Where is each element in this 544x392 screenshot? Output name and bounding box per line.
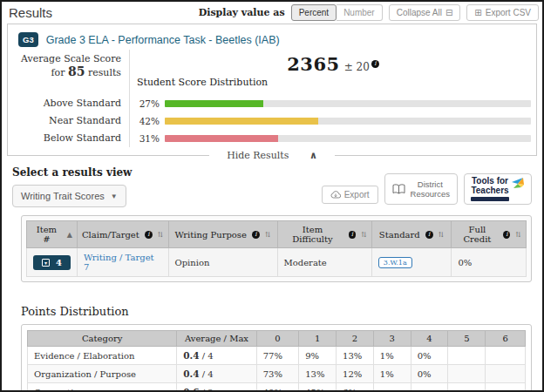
tools-for-teachers-button[interactable]: Tools for Teachers: [464, 173, 532, 205]
col-claim-target[interactable]: Claim/Targeti⇅: [77, 221, 168, 248]
table-row: Conventions 0.6 / 2 49% 45% 6%: [28, 383, 526, 392]
item-row: ▾ 4 Writing / Target 7 Opinion Moderate …: [27, 248, 527, 277]
results-page: { "header": { "title": "Results", "displ…: [0, 0, 544, 392]
info-icon[interactable]: i: [503, 231, 510, 239]
number-toggle-button[interactable]: Number: [337, 4, 383, 21]
average-scale-score-label: Average Scale Score for 85 results: [8, 50, 130, 95]
item-results-card: Item #▲ Claim/Targeti⇅ Writing Purposei⇅…: [21, 215, 532, 282]
average-max-cell: 0.4 / 4: [177, 365, 256, 383]
below-standard-bar: [165, 135, 278, 142]
col-points-2: 2: [337, 331, 374, 347]
points-cell: 1%: [373, 347, 411, 365]
col-points-0: 0: [256, 331, 299, 347]
sort-icon: ⇅: [158, 231, 164, 239]
col-points-3: 3: [373, 331, 411, 347]
col-full-credit[interactable]: Full Crediti⇅: [452, 221, 527, 248]
points-cell: 12%: [337, 365, 374, 383]
results-view-section: Select a results view Writing Trait Scor…: [12, 166, 532, 207]
near-standard-bar-row: 42%: [130, 112, 536, 130]
page-title: Results: [9, 5, 199, 20]
above-standard-label: Above Standard: [8, 95, 130, 112]
col-item-number[interactable]: Item #▲: [27, 221, 78, 248]
sort-icon: ⇅: [265, 231, 271, 239]
table-row: Evidence / Elaboration 0.4 / 4 77% 9% 13…: [28, 347, 526, 365]
points-cell: 45%: [299, 383, 337, 392]
book-icon: [392, 184, 405, 194]
points-distribution-card: Category Average / Max 0 1 2 3 4 5 6 Evi…: [21, 324, 532, 392]
points-cell: 13%: [299, 365, 337, 383]
above-standard-bar: [165, 100, 263, 107]
near-standard-label: Near Standard: [8, 112, 130, 130]
results-view-buttons: Export District Resources Tools for Teac…: [322, 173, 532, 205]
below-standard-label: Below Standard: [8, 130, 130, 147]
info-icon[interactable]: i: [425, 231, 433, 239]
district-resources-button[interactable]: District Resources: [384, 173, 458, 205]
info-icon[interactable]: i: [145, 231, 153, 239]
assessment-title: Grade 3 ELA - Performance Task - Beetles…: [46, 34, 280, 46]
claim-link[interactable]: Writing: [84, 253, 117, 262]
below-standard-pct: 31%: [137, 133, 160, 144]
above-standard-bar-row: 27%: [130, 95, 536, 112]
points-cell: [486, 365, 526, 383]
grade-badge: G3: [18, 32, 38, 47]
export-button[interactable]: Export: [322, 186, 378, 204]
below-standard-bar-row: 31%: [130, 130, 536, 147]
category-cell: Conventions: [28, 383, 177, 392]
chevron-up-icon: ∧: [301, 150, 326, 161]
item-results-table: Item #▲ Claim/Targeti⇅ Writing Purposei⇅…: [26, 220, 527, 277]
col-writing-purpose[interactable]: Writing Purposei⇅: [168, 221, 277, 248]
info-icon[interactable]: i: [371, 60, 379, 68]
sort-icon: ⇅: [361, 231, 367, 239]
bar-track: [165, 100, 531, 107]
points-cell: 0%: [411, 365, 448, 383]
assessment-result-card: G3 Grade 3 ELA - Performance Task - Beet…: [7, 24, 537, 156]
smarter-balanced-bar: [471, 197, 509, 201]
bar-track: [165, 135, 531, 142]
points-cell: [373, 383, 411, 392]
col-standard[interactable]: Standardi⇅: [371, 221, 452, 248]
district-resources-label: District Resources: [411, 179, 450, 199]
percent-toggle-button[interactable]: Percent: [291, 4, 337, 21]
average-scale-score-value: 2365: [287, 53, 339, 75]
points-cell: [448, 365, 486, 383]
sort-icon: ⇅: [439, 231, 445, 239]
writing-purpose-cell: Opinion: [168, 248, 277, 277]
export-csv-button[interactable]: ⊞ Export CSV: [466, 4, 539, 21]
standard-badge[interactable]: 3.W.1a: [378, 257, 412, 268]
col-category: Category: [28, 331, 177, 347]
tools-for-teachers-logo: [511, 177, 525, 190]
item-table-header-row: Item #▲ Claim/Targeti⇅ Writing Purposei⇅…: [27, 221, 527, 248]
sort-icon: ⇅: [515, 231, 521, 239]
points-cell: 0%: [411, 347, 448, 365]
cloud-download-icon: [330, 191, 341, 199]
scale-score-line: 2365 ± 20i: [130, 50, 536, 75]
above-standard-pct: 27%: [137, 98, 160, 109]
points-distribution-table: Category Average / Max 0 1 2 3 4 5 6 Evi…: [27, 330, 526, 392]
points-cell: 1%: [373, 365, 411, 383]
scale-score-panel: 2365 ± 20i Student Score Distribution: [130, 50, 536, 95]
col-item-difficulty[interactable]: Item Difficultyi⇅: [277, 221, 371, 248]
results-view-left: Select a results view Writing Trait Scor…: [12, 166, 132, 207]
grid-icon: ⊞: [474, 8, 481, 17]
select-results-view-label: Select a results view: [12, 166, 132, 179]
info-icon[interactable]: i: [349, 231, 357, 239]
item-expand-button[interactable]: ▾ 4: [33, 255, 71, 270]
expand-icon: ▾: [42, 259, 50, 267]
chevron-down-icon: ▼: [111, 193, 118, 200]
results-view-dropdown[interactable]: Writing Trait Scores ▼: [12, 185, 126, 207]
average-max-cell: 0.4 / 4: [177, 347, 256, 365]
points-cell: 6%: [337, 383, 374, 392]
bar-track: [165, 118, 531, 125]
points-cell: 49%: [256, 383, 299, 392]
col-points-4: 4: [411, 331, 448, 347]
average-max-cell: 0.6 / 2: [177, 383, 256, 392]
points-cell: [486, 347, 526, 365]
points-cell: [411, 383, 448, 392]
hide-results-link[interactable]: Hide Results ∧: [209, 150, 335, 161]
collapse-all-button[interactable]: Collapse All ⊟: [389, 4, 461, 21]
info-icon[interactable]: i: [252, 231, 260, 239]
standard-cell: 3.W.1a: [371, 248, 452, 277]
col-points-1: 1: [299, 331, 337, 347]
tools-for-teachers-label: Tools for Teachers: [471, 177, 509, 201]
points-header-row: Category Average / Max 0 1 2 3 4 5 6: [28, 331, 526, 347]
